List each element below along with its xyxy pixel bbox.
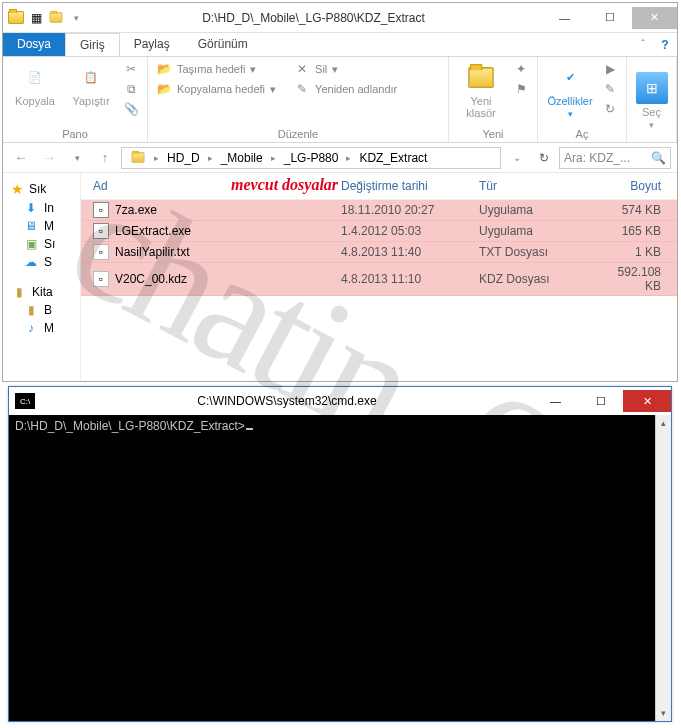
cloud-icon: ☁ [23,255,39,269]
search-input[interactable]: Ara: KDZ_... 🔍 [559,147,671,169]
sidebar-item[interactable]: ⬇In [7,199,76,217]
help-icon[interactable]: ? [653,33,677,56]
tab-view[interactable]: Görünüm [184,33,262,56]
file-row[interactable]: ▫7za.exe18.11.2010 20:27Uygulama574 KB [81,200,677,221]
cmd-minimize-button[interactable]: — [533,390,578,412]
breadcrumb-seg[interactable]: _LG-P880 [278,151,345,165]
annotation-text: mevcut dosyalar [231,176,338,194]
select-button[interactable]: ⊞ Seç ▾ [628,72,676,130]
explorer-content: ★Sık ⬇In 🖥M ▣Sı ☁S ▮Kita ▮B ♪M ˆ Ad mevc… [3,173,677,381]
history-icon: ↻ [602,101,618,117]
navigation-pane[interactable]: ★Sık ⬇In 🖥M ▣Sı ☁S ▮Kita ▮B ♪M [3,173,81,381]
file-name: NasilYapilir.txt [115,245,189,259]
scroll-up-icon[interactable]: ▴ [656,415,671,431]
open-button[interactable]: ▶ [602,61,618,77]
address-bar: ← → ▾ ↑ ▸ HD_D▸ _Mobile▸ _LG-P880▸ KDZ_E… [3,143,677,173]
sidebar-item[interactable]: ▮B [7,301,76,319]
cmd-title: C:\WINDOWS\system32\cmd.exe [41,394,533,408]
rename-button[interactable]: ✎Yeniden adlandır [294,81,397,97]
select-icon: ⊞ [636,72,668,104]
new-folder-icon[interactable] [47,9,65,27]
copy-path-button[interactable]: ⧉ [123,81,139,97]
ribbon-group-open: ✔ Özellikler ▾ ▶ ✎ ↻ Aç [538,57,627,142]
col-type[interactable]: Tür [479,179,599,193]
sidebar-libraries[interactable]: ▮Kita [7,283,76,301]
paste-shortcut-button[interactable]: 📎 [123,101,139,117]
edit-button[interactable]: ✎ [602,81,618,97]
breadcrumb[interactable]: ▸ HD_D▸ _Mobile▸ _LG-P880▸ KDZ_Extract [121,147,501,169]
star-icon: ★ [11,181,24,197]
copy-to-button[interactable]: 📂Kopyalama hedefi ▾ [156,81,276,97]
music-icon: ♪ [23,321,39,335]
delete-icon: ✕ [294,61,310,77]
copy-label: Kopyala [15,95,55,107]
sidebar-item[interactable]: ☁S [7,253,76,271]
cut-button[interactable]: ✂ [123,61,139,77]
cmd-terminal[interactable]: D:\HD_D\_Mobile\_LG-P880\KDZ_Extract> ▴ … [9,415,671,721]
file-size: 592.108 KB [599,265,671,293]
breadcrumb-seg[interactable]: _Mobile [215,151,269,165]
recent-dropdown[interactable]: ▾ [65,146,89,170]
file-type: KDZ Dosyası [479,272,599,286]
sidebar-item[interactable]: ▣Sı [7,235,76,253]
maximize-button[interactable]: ☐ [587,7,632,29]
move-to-button[interactable]: 📂Taşıma hedefi ▾ [156,61,276,77]
paste-shortcut-icon: 📎 [123,101,139,117]
library-icon: ▮ [11,285,27,299]
window-controls: — ☐ ✕ [542,7,677,29]
cmd-scrollbar[interactable]: ▴ ▾ [655,415,671,721]
breadcrumb-dropdown[interactable]: ⌄ [505,146,529,170]
scroll-down-icon[interactable]: ▾ [656,705,671,721]
history-button[interactable]: ↻ [602,101,618,117]
up-button[interactable]: ↑ [93,146,117,170]
tab-home[interactable]: Giriş [65,33,120,56]
file-size: 574 KB [599,203,671,217]
paste-icon: 📋 [75,61,107,93]
quick-access-toolbar: ▦ ▾ [3,9,85,27]
file-row[interactable]: ▫V20C_00.kdz4.8.2013 11:10KDZ Dosyası592… [81,263,677,296]
tab-share[interactable]: Paylaş [120,33,184,56]
easy-access-button[interactable]: ⚑ [513,81,529,97]
download-icon: ⬇ [23,201,39,215]
rename-icon: ✎ [294,81,310,97]
collapse-ribbon-icon[interactable]: ˆ [633,33,653,56]
documents-icon: ▮ [23,303,39,317]
file-row[interactable]: ▫LGExtract.exe1.4.2012 05:03Uygulama165 … [81,221,677,242]
back-button[interactable]: ← [9,146,33,170]
refresh-button[interactable]: ↻ [533,151,555,165]
properties-icon[interactable]: ▦ [27,9,45,27]
minimize-button[interactable]: — [542,7,587,29]
file-row[interactable]: ▫NasilYapilir.txt4.8.2013 11:40TXT Dosya… [81,242,677,263]
delete-button[interactable]: ✕Sil ▾ [294,61,397,77]
cmd-titlebar[interactable]: C:\ C:\WINDOWS\system32\cmd.exe — ☐ ✕ [9,387,671,415]
search-icon: 🔍 [651,151,666,165]
explorer-titlebar[interactable]: ▦ ▾ D:\HD_D\_Mobile\_LG-P880\KDZ_Extract… [3,3,677,33]
new-item-button[interactable]: ✦ [513,61,529,77]
forward-button[interactable]: → [37,146,61,170]
folder-icon [7,9,25,27]
sidebar-item[interactable]: 🖥M [7,217,76,235]
copy-icon: 📄 [19,61,51,93]
cmd-close-button[interactable]: ✕ [623,390,671,412]
paste-button[interactable]: 📋 Yapıştır [67,61,115,107]
breadcrumb-seg[interactable]: KDZ_Extract [353,151,433,165]
sidebar-item[interactable]: ♪M [7,319,76,337]
file-size: 1 KB [599,245,671,259]
edit-icon: ✎ [602,81,618,97]
close-button[interactable]: ✕ [632,7,677,29]
file-type: Uygulama [479,224,599,238]
breadcrumb-seg[interactable]: HD_D [161,151,206,165]
file-date: 1.4.2012 05:03 [341,224,479,238]
col-date[interactable]: Değiştirme tarihi [341,179,479,193]
copy-button[interactable]: 📄 Kopyala [11,61,59,107]
new-folder-button[interactable]: Yeni klasör [457,61,505,119]
cmd-window-controls: — ☐ ✕ [533,390,671,412]
properties-button[interactable]: ✔ Özellikler ▾ [546,61,594,119]
copy-to-icon: 📂 [156,81,172,97]
col-size[interactable]: Boyut [599,179,671,193]
column-headers[interactable]: ˆ Ad mevcut dosyalar Değiştirme tarihi T… [81,173,677,200]
sidebar-favorites[interactable]: ★Sık [7,179,76,199]
tab-file[interactable]: Dosya [3,33,65,56]
qat-dropdown-icon[interactable]: ▾ [67,9,85,27]
cmd-maximize-button[interactable]: ☐ [578,390,623,412]
